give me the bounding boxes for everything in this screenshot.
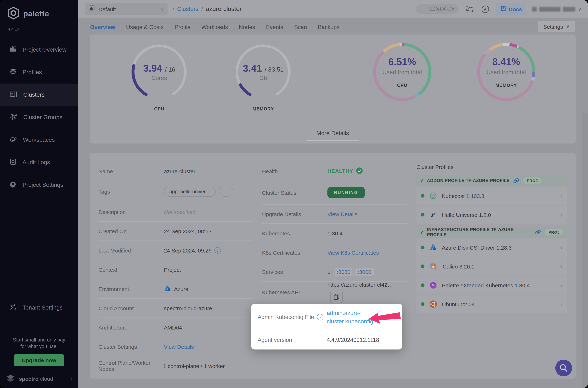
profile-group-header[interactable]: ∨ADDON PROFILE TF-AZURE-PROFILEPROJ (416, 175, 567, 186)
sidebar-item-label: Project Settings (23, 182, 63, 188)
chat-button[interactable] (465, 4, 475, 14)
tab-events[interactable]: Events (266, 18, 283, 37)
info-icon[interactable]: i (317, 314, 323, 320)
row-agent-version: Agent version 4.4.9/20240912.1118 (258, 331, 396, 349)
usage-donuts: 6.51% Used from total CPU 8.41% Used fro… (333, 34, 576, 144)
proj-badge: PROJ (523, 177, 541, 184)
link-icon[interactable] (513, 178, 519, 183)
palette-logo-icon (7, 6, 20, 21)
sidebar-collapse-icon[interactable]: ‹ (70, 375, 72, 382)
breadcrumb-clusters-link[interactable]: Clusters (177, 6, 198, 12)
profile-item-hello-universe[interactable]: Hello Universe 1.2.0› (416, 206, 567, 224)
sidebar-item-workspaces[interactable]: Workspaces (0, 129, 78, 151)
sidebar-item-project-overview[interactable]: Project Overview (0, 39, 78, 61)
row-kubernetes: Kubernetes 1.30.4 (262, 224, 407, 243)
upgrade-details-link[interactable]: View Details (327, 211, 357, 217)
row-health: Health HEALTHY (262, 162, 407, 181)
main-area: Default ∨ / Clusters / azure-cluster 1.2… (78, 0, 588, 388)
cluster-profiles-title: Cluster Profiles (416, 164, 567, 170)
status-dot (421, 245, 424, 249)
clusters-icon (9, 91, 17, 99)
sidebar-item-tenant-settings[interactable]: Tenant Settings (0, 296, 78, 319)
sidebar-item-clusters[interactable]: Clusters (0, 84, 78, 106)
chevron-down-icon: ∨ (566, 24, 569, 29)
breadcrumb: / Clusters / azure-cluster (173, 5, 242, 13)
row-certs: K8s Certificates View K8s Certificates (262, 243, 407, 262)
info-icon[interactable]: i (214, 247, 221, 254)
link-icon[interactable] (535, 230, 541, 235)
health-value: HEALTHY (327, 168, 353, 174)
scrollbar[interactable] (582, 113, 588, 388)
tab-usage-costs[interactable]: Usage & Costs (126, 18, 164, 37)
copy-icon[interactable] (330, 291, 343, 303)
docs-label: Docs (509, 6, 522, 12)
tab-backups[interactable]: Backups (318, 18, 340, 37)
user-menu[interactable]: ∨ (532, 6, 582, 12)
promo-line-2: for what you use! (0, 343, 78, 350)
cpu-donut-label: CPU (397, 83, 407, 88)
profile-item-pxk[interactable]: ✳Palette eXtended Kubernetes 1.30.4› (416, 276, 567, 294)
status-badge: RUNNING (327, 187, 365, 198)
row-upgrade: Upgrade Details View Details (262, 205, 407, 224)
sidebar-item-project-settings[interactable]: Project Settings (0, 174, 78, 196)
memory-donut-pct: 8.41% (492, 56, 520, 67)
tab-workloads[interactable]: Workloads (201, 18, 228, 37)
cpu-used: 3.94 (143, 63, 162, 73)
row-nodes: Control Plane/Worker Nodes 1 control-pla… (98, 356, 253, 375)
service-name: ui (327, 269, 332, 275)
explore-compass-button[interactable] (480, 4, 490, 14)
more-details-button[interactable]: More Details (306, 128, 359, 141)
cluster-profiles-panel: Cluster Profiles ∨ADDON PROFILE TF-AZURE… (407, 162, 567, 370)
profile-item-azure[interactable]: Azure Disk CSI Driver 1.28.3› (416, 238, 567, 257)
tab-nodes[interactable]: Nodes (239, 18, 255, 37)
memory-gauge-label: MEMORY (229, 106, 298, 112)
cpu-unit: Cores (151, 75, 167, 81)
cluster-name: azure-cluster (164, 168, 195, 174)
kubeconfig-link-line1[interactable]: admin.azure- (327, 309, 373, 317)
profile-item-name: Azure Disk CSI Driver 1.28.3 (442, 244, 556, 250)
tab-profile[interactable]: Profile (175, 18, 191, 37)
sidebar-item-label: Workspaces (23, 137, 55, 143)
service-port-8080-link[interactable]: :8080 (335, 268, 352, 276)
docs-button[interactable]: Docs (496, 3, 526, 15)
api-url: https://azure-cluster-cf42… (327, 282, 393, 288)
sidebar-item-label: Audit Logs (23, 159, 50, 166)
sidebar-item-audit-logs[interactable]: Audit Logs (0, 151, 78, 174)
project-selector[interactable]: Default ∨ (85, 3, 168, 15)
cpu-donut: 6.51% Used from total CPU (368, 41, 437, 103)
hello-universe-logo-icon (429, 210, 438, 219)
sidebar-item-cluster-groups[interactable]: Cluster Groups (0, 106, 78, 129)
row-environment: Environment Azure (98, 279, 253, 299)
kubeconfig-link-line2[interactable]: cluster.kubeconfig (327, 317, 373, 325)
profile-item-kubecost[interactable]: Kubecost 1.103.3› (416, 187, 567, 205)
profile-group-header[interactable]: ∨INFRASTRUCTURE PROFILE TF-AZURE-PROFILE… (416, 227, 567, 238)
tab-scan[interactable]: Scan (294, 18, 307, 37)
tab-overview[interactable]: Overview (90, 18, 115, 37)
context-value: Project (164, 267, 181, 273)
profile-item-name: Hello Universe 1.2.0 (442, 212, 556, 218)
chevron-down-icon: ∨ (420, 230, 423, 235)
kubeconfig-label: Admin Kubeconfig File (258, 314, 314, 320)
upgrade-now-button[interactable]: Upgrade now (14, 354, 64, 366)
row-cluster-settings: Cluster Settings View Details (98, 337, 253, 356)
cluster-tabs: OverviewUsage & CostsProfileWorkloadsNod… (78, 18, 588, 37)
cluster-profiles-list: ∨ADDON PROFILE TF-AZURE-PROFILEPROJKubec… (416, 175, 567, 313)
nodes-value: 1 control-plane / 1 worker (163, 363, 225, 369)
profile-item-ubuntu[interactable]: Ubuntu 22.04› (416, 295, 567, 313)
service-port-3000-link[interactable]: :3000 (355, 268, 373, 276)
k8s-certificates-link[interactable]: View K8s Certificates (327, 249, 379, 256)
cluster-settings-link[interactable]: View Details (164, 343, 194, 350)
sidebar-item-profiles[interactable]: Profiles (0, 61, 78, 84)
cpu-gauge: 3.94 / 16 Cores CPU (125, 41, 194, 112)
tags-more-button[interactable]: … (219, 187, 233, 196)
resource-search-button[interactable] (555, 360, 572, 376)
row-status: Cluster Status RUNNING (262, 181, 407, 205)
status-dot (421, 194, 424, 198)
azure-icon (164, 285, 171, 293)
row-services: Services ui :8080 :3000 (262, 262, 407, 282)
metrics-card: 3.94 / 16 Cores CPU 3.41 / 33.51 (90, 34, 576, 144)
profile-item-calico[interactable]: Calico 3.26.1› (416, 257, 567, 275)
cluster-settings-button[interactable]: Settings ∨ (538, 21, 575, 32)
settings-icon (9, 181, 17, 189)
row-context: Context Project (98, 260, 253, 279)
